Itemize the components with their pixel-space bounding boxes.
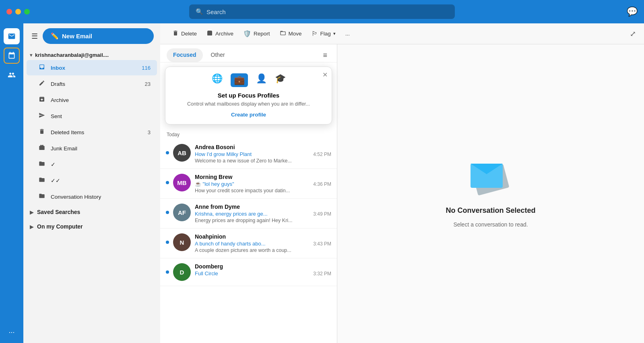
account-row[interactable]: ▾ krishnacharanbalaji@gmail.... bbox=[23, 49, 160, 60]
email-item-2[interactable]: AF Anne from Dyme Krishna, energy prices… bbox=[160, 199, 337, 229]
unread-dot-1 bbox=[166, 181, 169, 184]
email-preview-0: Welcome to a new issue of Zero to Marke.… bbox=[195, 158, 331, 164]
person-focus-icon: 👤 bbox=[256, 73, 267, 87]
chat-icon[interactable]: 💬 bbox=[627, 6, 638, 17]
email-subject-4: Full Circle bbox=[195, 270, 310, 276]
email-item-1[interactable]: MB Morning Brew ☕ "lol hey guys" 4:36 PM… bbox=[160, 169, 337, 199]
more-button[interactable]: ... bbox=[341, 28, 354, 39]
email-sender-2: Anne from Dyme bbox=[195, 204, 331, 210]
unread-dot-col-3 bbox=[166, 233, 169, 244]
hamburger-button[interactable]: ☰ bbox=[30, 30, 39, 42]
sidebar-item-check1[interactable]: ✓ bbox=[27, 157, 157, 172]
on-my-computer-section[interactable]: ▶ On my Computer bbox=[23, 219, 160, 234]
filter-button[interactable]: ≡ bbox=[320, 50, 330, 61]
briefcase-focus-icon[interactable]: 💼 bbox=[231, 73, 248, 87]
email-subject-1: ☕ "lol hey guys" bbox=[195, 181, 310, 187]
email-item-4[interactable]: D Doomberg Full Circle 3:32 PM bbox=[160, 258, 337, 286]
check1-label: ✓ bbox=[51, 161, 151, 168]
traffic-lights bbox=[6, 9, 30, 15]
content-area: Focused Other ≡ ✕ 🌐 💼 👤 🎓 Set up Focus P… bbox=[160, 44, 644, 343]
create-profile-link[interactable]: Create profile bbox=[172, 112, 325, 118]
unread-dot-3 bbox=[166, 241, 169, 244]
nav-more[interactable]: ··· bbox=[8, 328, 14, 337]
no-conversation-subtitle: Select a conversation to read. bbox=[453, 221, 528, 228]
move-button[interactable]: Move bbox=[276, 27, 306, 40]
email-subject-3: A bunch of handy charts abo... bbox=[195, 241, 310, 247]
folder-check1-icon bbox=[38, 160, 46, 168]
sidebar-header: ☰ ✏️ New Email bbox=[23, 23, 160, 49]
avatar-3: N bbox=[173, 233, 191, 251]
nav-mail[interactable] bbox=[4, 28, 20, 44]
flag-chevron-icon: ▾ bbox=[333, 31, 336, 36]
email-item-3[interactable]: N Noahpinion A bunch of handy charts abo… bbox=[160, 229, 337, 258]
sidebar-item-convo-history[interactable]: Conversation History bbox=[27, 189, 157, 204]
archive-label: Archive bbox=[215, 31, 233, 37]
sidebar-item-check2[interactable]: ✓✓ bbox=[27, 173, 157, 188]
email-time-2: 3:49 PM bbox=[313, 211, 331, 217]
flag-icon: 🏳 bbox=[312, 30, 318, 37]
compose-icon: ✏️ bbox=[51, 32, 59, 40]
unread-dot-col-0 bbox=[166, 144, 169, 154]
email-content-1: Morning Brew ☕ "lol hey guys" 4:36 PM Ho… bbox=[195, 174, 331, 193]
globe-focus-icon: 🌐 bbox=[212, 73, 223, 87]
tab-focused[interactable]: Focused bbox=[167, 48, 203, 62]
email-subject-row-1: ☕ "lol hey guys" 4:36 PM bbox=[195, 181, 331, 187]
email-item-0[interactable]: AB Andrea Bosoni How I'd grow Milky Plan… bbox=[160, 139, 337, 169]
flag-button[interactable]: 🏳 Flag ▾ bbox=[308, 28, 340, 40]
tab-other[interactable]: Other bbox=[204, 48, 231, 62]
email-subject-row-0: How I'd grow Milky Plant 4:52 PM bbox=[195, 151, 331, 157]
report-button[interactable]: 🛡️ Report bbox=[239, 27, 274, 40]
email-content-4: Doomberg Full Circle 3:32 PM bbox=[195, 263, 331, 277]
deleted-label: Deleted Items bbox=[51, 129, 143, 135]
avatar-0: AB bbox=[173, 144, 191, 162]
junk-icon bbox=[38, 144, 46, 152]
delete-button[interactable]: Delete bbox=[168, 27, 201, 40]
sent-icon bbox=[38, 112, 46, 120]
inbox-tabs: Focused Other ≡ bbox=[160, 44, 337, 62]
email-content-3: Noahpinion A bunch of handy charts abo..… bbox=[195, 233, 331, 253]
email-preview-2: Energy prices are dropping again! Hey Kr… bbox=[195, 218, 331, 223]
on-my-computer-chevron: ▶ bbox=[30, 224, 34, 230]
close-button[interactable] bbox=[6, 9, 12, 15]
sidebar: ☰ ✏️ New Email ▾ krishnacharanbalaji@gma… bbox=[23, 23, 160, 343]
nav-calendar[interactable] bbox=[4, 48, 20, 64]
right-section: Delete Archive 🛡️ Report Move 🏳 Flag bbox=[160, 23, 644, 343]
email-sender-0: Andrea Bosoni bbox=[195, 144, 331, 150]
unread-dot-2 bbox=[166, 211, 169, 214]
focus-popup-close-button[interactable]: ✕ bbox=[322, 71, 328, 79]
sidebar-item-archive[interactable]: Archive bbox=[27, 92, 157, 108]
email-list-panel: Focused Other ≡ ✕ 🌐 💼 👤 🎓 Set up Focus P… bbox=[160, 44, 337, 343]
email-subject-row-2: Krishna, energy prices are ge... 3:49 PM bbox=[195, 211, 331, 217]
expand-icon[interactable]: ⤢ bbox=[630, 29, 636, 38]
search-label: Search bbox=[206, 8, 226, 15]
email-time-4: 3:32 PM bbox=[313, 271, 331, 276]
sidebar-item-junk[interactable]: Junk Email bbox=[27, 141, 157, 156]
new-email-button[interactable]: ✏️ New Email bbox=[43, 28, 154, 44]
envelope-flap bbox=[471, 164, 503, 174]
minimize-button[interactable] bbox=[15, 9, 21, 15]
email-time-0: 4:52 PM bbox=[313, 152, 331, 157]
search-bar[interactable]: 🔍 Search bbox=[189, 4, 455, 19]
saved-searches-section[interactable]: ▶ Saved Searches bbox=[23, 205, 160, 219]
focus-profiles-popup: ✕ 🌐 💼 👤 🎓 Set up Focus Profiles Control … bbox=[165, 67, 332, 125]
sidebar-item-inbox[interactable]: Inbox 116 bbox=[27, 60, 157, 75]
date-label: Today bbox=[160, 129, 337, 139]
maximize-button[interactable] bbox=[24, 9, 30, 15]
delete-label: Delete bbox=[181, 31, 197, 37]
sidebar-item-sent[interactable]: Sent bbox=[27, 108, 157, 124]
archive-button[interactable]: Archive bbox=[202, 27, 237, 40]
no-conversation-title: No Conversation Selected bbox=[446, 206, 535, 215]
junk-label: Junk Email bbox=[51, 146, 151, 152]
drafts-badge: 23 bbox=[145, 81, 151, 87]
email-subject-row-3: A bunch of handy charts abo... 3:43 PM bbox=[195, 241, 331, 247]
icon-rail: ··· bbox=[0, 23, 23, 343]
sidebar-item-deleted[interactable]: Deleted Items 3 bbox=[27, 125, 157, 140]
nav-people[interactable] bbox=[4, 67, 20, 83]
flag-label: Flag bbox=[320, 31, 331, 37]
focus-profile-icons: 🌐 💼 👤 🎓 bbox=[172, 73, 325, 87]
sidebar-item-drafts[interactable]: Drafts 23 bbox=[27, 76, 157, 91]
unread-dot-col-2 bbox=[166, 204, 169, 214]
unread-dot-col-1 bbox=[166, 174, 169, 184]
on-my-computer-label: On my Computer bbox=[37, 223, 83, 230]
email-subject-row-4: Full Circle 3:32 PM bbox=[195, 270, 331, 276]
